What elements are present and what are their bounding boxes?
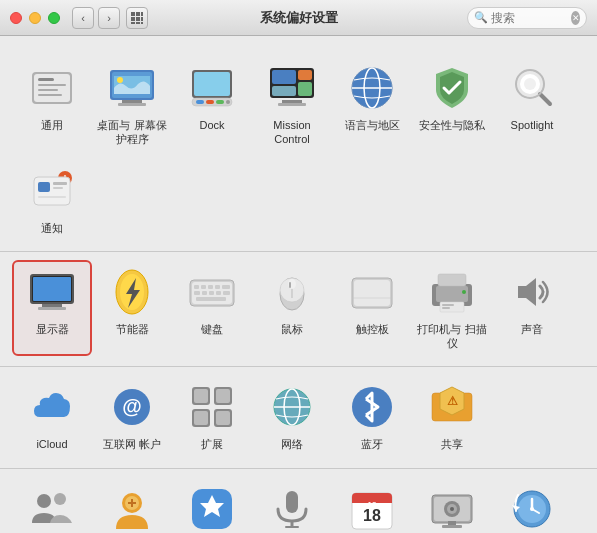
dock-icon bbox=[186, 62, 238, 114]
dock-label: Dock bbox=[199, 118, 224, 132]
printer-icon bbox=[426, 266, 478, 318]
pref-item-datetime[interactable]: 18 18 日期与时间 bbox=[332, 477, 412, 533]
extensions-icon bbox=[186, 381, 238, 433]
svg-rect-95 bbox=[216, 411, 230, 425]
svg-rect-93 bbox=[194, 411, 208, 425]
svg-rect-64 bbox=[222, 285, 230, 289]
pref-item-mouse[interactable]: 鼠标 bbox=[252, 260, 332, 357]
internet-label: 互联网 帐户 bbox=[103, 437, 161, 451]
pref-item-startup[interactable]: 启动磁盘 bbox=[412, 477, 492, 533]
pref-item-dock[interactable]: Dock bbox=[172, 56, 252, 153]
svg-rect-6 bbox=[131, 22, 135, 24]
appstore-icon bbox=[186, 483, 238, 533]
svg-rect-12 bbox=[38, 84, 66, 86]
notifications-icon: ! bbox=[26, 165, 78, 217]
pref-item-icloud[interactable]: iCloud bbox=[12, 375, 92, 457]
svg-rect-61 bbox=[201, 285, 206, 289]
users-icon bbox=[26, 483, 78, 533]
svg-rect-13 bbox=[38, 89, 58, 91]
pref-item-appstore[interactable]: App Store bbox=[172, 477, 252, 533]
pref-item-energy[interactable]: 节能器 bbox=[92, 260, 172, 357]
pref-item-extensions[interactable]: 扩展 bbox=[172, 375, 252, 457]
svg-point-85 bbox=[462, 290, 466, 294]
startup-icon bbox=[426, 483, 478, 533]
energy-icon bbox=[106, 266, 158, 318]
svg-rect-17 bbox=[122, 100, 142, 103]
pref-item-sharing[interactable]: ⚠ 共享 bbox=[412, 375, 492, 457]
svg-rect-5 bbox=[141, 17, 143, 21]
svg-rect-47 bbox=[38, 182, 50, 192]
svg-rect-1 bbox=[136, 12, 140, 16]
minimize-button[interactable] bbox=[29, 12, 41, 24]
timemachine-icon bbox=[506, 483, 558, 533]
pref-item-users[interactable]: 用户与群组 bbox=[12, 477, 92, 533]
close-button[interactable] bbox=[10, 12, 22, 24]
pref-item-dictation[interactable]: 听写与语音 bbox=[252, 477, 332, 533]
svg-rect-120 bbox=[448, 521, 456, 525]
svg-rect-66 bbox=[202, 291, 207, 295]
pref-item-general[interactable]: 通用 bbox=[12, 56, 92, 153]
maximize-button[interactable] bbox=[48, 12, 60, 24]
pref-item-displays[interactable]: 显示器 bbox=[12, 260, 92, 357]
printer-label: 打印机与 扫描仪 bbox=[416, 322, 488, 351]
trackpad-icon bbox=[346, 266, 398, 318]
pref-item-printer[interactable]: 打印机与 扫描仪 bbox=[412, 260, 492, 357]
search-box[interactable]: 🔍 ✕ bbox=[467, 7, 587, 29]
svg-rect-3 bbox=[131, 17, 135, 21]
energy-label: 节能器 bbox=[116, 322, 149, 336]
bluetooth-label: 蓝牙 bbox=[361, 437, 383, 451]
pref-item-sound[interactable]: 声音 bbox=[492, 260, 572, 357]
svg-rect-49 bbox=[53, 187, 63, 189]
pref-item-mission[interactable]: Mission Control bbox=[252, 56, 332, 153]
grid-view-button[interactable] bbox=[126, 7, 148, 29]
svg-rect-26 bbox=[216, 100, 224, 104]
svg-rect-62 bbox=[208, 285, 213, 289]
svg-rect-4 bbox=[136, 17, 140, 21]
pref-item-language[interactable]: 语言与地区 bbox=[332, 56, 412, 153]
svg-rect-2 bbox=[141, 12, 143, 16]
preferences-content: 通用 桌面与 屏幕保护程序 Dock Mission Control bbox=[0, 36, 597, 533]
section-hardware: 显示器 节能器 键盘 鼠标 触控 bbox=[0, 252, 597, 368]
svg-rect-25 bbox=[206, 100, 214, 104]
mission-label: Mission Control bbox=[256, 118, 328, 147]
svg-rect-24 bbox=[196, 100, 204, 104]
back-button[interactable]: ‹ bbox=[72, 7, 94, 29]
trackpad-label: 触控板 bbox=[356, 322, 389, 336]
forward-button[interactable]: › bbox=[98, 7, 120, 29]
security-label: 安全性与隐私 bbox=[419, 118, 485, 132]
pref-item-notifications[interactable]: ! 通知 bbox=[12, 159, 92, 241]
svg-text:@: @ bbox=[122, 395, 142, 417]
pref-item-keyboard[interactable]: 键盘 bbox=[172, 260, 252, 357]
icloud-label: iCloud bbox=[36, 437, 67, 451]
svg-text:⚠: ⚠ bbox=[447, 394, 458, 408]
pref-item-desktop[interactable]: 桌面与 屏幕保护程序 bbox=[92, 56, 172, 153]
pref-item-trackpad[interactable]: 触控板 bbox=[332, 260, 412, 357]
svg-point-124 bbox=[450, 507, 454, 511]
svg-rect-55 bbox=[38, 307, 66, 310]
general-icon bbox=[26, 62, 78, 114]
svg-rect-69 bbox=[223, 291, 230, 295]
pref-item-parental[interactable]: 家长控制 bbox=[92, 477, 172, 533]
pref-item-timemachine[interactable]: Time Machine bbox=[492, 477, 572, 533]
spotlight-icon bbox=[506, 62, 558, 114]
svg-rect-53 bbox=[33, 277, 71, 301]
extensions-label: 扩展 bbox=[201, 437, 223, 451]
window-title: 系统偏好设置 bbox=[260, 9, 338, 27]
sharing-icon: ⚠ bbox=[426, 381, 478, 433]
pref-item-network[interactable]: 网络 bbox=[252, 375, 332, 457]
desktop-label: 桌面与 屏幕保护程序 bbox=[96, 118, 168, 147]
pref-item-security[interactable]: 安全性与隐私 bbox=[412, 56, 492, 153]
network-icon bbox=[266, 381, 318, 433]
general-label: 通用 bbox=[41, 118, 63, 132]
pref-item-bluetooth[interactable]: 蓝牙 bbox=[332, 375, 412, 457]
pref-item-internet[interactable]: @ 互联网 帐户 bbox=[92, 375, 172, 457]
section-personal: 通用 桌面与 屏幕保护程序 Dock Mission Control bbox=[0, 48, 597, 252]
search-input[interactable] bbox=[491, 11, 571, 25]
svg-rect-91 bbox=[216, 389, 230, 403]
svg-rect-67 bbox=[209, 291, 214, 295]
svg-point-41 bbox=[524, 78, 536, 90]
svg-point-129 bbox=[530, 507, 534, 511]
search-clear-button[interactable]: ✕ bbox=[571, 11, 580, 25]
pref-item-spotlight[interactable]: Spotlight bbox=[492, 56, 572, 153]
svg-point-103 bbox=[37, 494, 51, 508]
